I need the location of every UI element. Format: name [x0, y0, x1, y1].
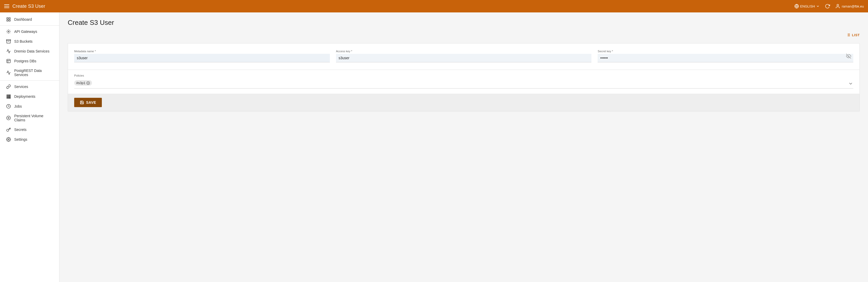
api-icon: [6, 29, 11, 34]
svg-point-26: [7, 116, 10, 120]
dremio-icon: [6, 49, 11, 54]
toggle-password-icon[interactable]: [846, 54, 851, 59]
list-button-label: LIST: [852, 33, 860, 37]
svg-rect-23: [8, 97, 9, 98]
sidebar-item-label: Jobs: [14, 104, 22, 108]
access-key-field: Access key *: [336, 50, 592, 62]
policies-label: Policies: [74, 74, 853, 77]
sidebar-item-services[interactable]: Services: [0, 82, 59, 92]
sidebar-item-label: PostgREST Data Services: [14, 68, 54, 77]
fields-section: Metadata name * Access key * Secret key …: [68, 44, 860, 70]
policies-dropdown-icon[interactable]: [848, 81, 853, 86]
user-menu[interactable]: raman@fbk.eu: [835, 4, 864, 9]
svg-rect-19: [7, 96, 8, 97]
deployments-icon: [6, 94, 11, 99]
metadata-name-label: Metadata name *: [74, 50, 330, 53]
svg-rect-0: [4, 4, 9, 5]
svg-rect-20: [8, 96, 9, 97]
svg-point-10: [8, 31, 9, 32]
secret-key-input[interactable]: [598, 54, 853, 62]
secret-key-field: Secret key *: [598, 50, 853, 62]
refresh-icon[interactable]: [825, 4, 830, 9]
save-button-label: SAVE: [86, 101, 96, 105]
secrets-icon: [6, 127, 11, 132]
sidebar-item-jobs[interactable]: Jobs: [0, 102, 59, 111]
svg-rect-11: [6, 39, 11, 40]
svg-rect-8: [9, 20, 10, 21]
svg-point-5: [837, 4, 839, 6]
svg-rect-2: [4, 7, 9, 8]
user-email: raman@fbk.eu: [842, 4, 864, 8]
sidebar-item-dremio[interactable]: Dremio Data Services: [0, 46, 59, 56]
sidebar-item-label: Settings: [14, 137, 27, 142]
policy-tag-s3p1: #s3p1: [74, 80, 92, 86]
page-title: Create S3 User: [68, 19, 860, 27]
metadata-name-input[interactable]: [74, 54, 330, 62]
svg-rect-6: [7, 18, 8, 19]
sidebar-item-deployments[interactable]: Deployments: [0, 92, 59, 102]
sidebar-item-label: API Gateways: [14, 29, 37, 34]
pvc-icon: [6, 116, 11, 120]
svg-rect-13: [7, 59, 10, 63]
svg-rect-18: [9, 95, 10, 96]
svg-rect-16: [7, 95, 8, 96]
postgres-icon: [6, 59, 11, 63]
policy-tag-label: #s3p1: [76, 81, 85, 85]
bucket-icon: [6, 39, 11, 44]
language-selector[interactable]: ENGLISH: [794, 4, 819, 8]
jobs-icon: [6, 104, 11, 109]
svg-point-27: [8, 117, 9, 119]
sidebar-item-label: Persistent Volume Claims: [14, 114, 54, 122]
svg-rect-9: [7, 20, 8, 21]
main-content: Create S3 User LIST Metadata n: [59, 12, 868, 282]
sidebar-item-label: Deployments: [14, 94, 35, 98]
svg-rect-7: [9, 18, 10, 19]
metadata-name-field: Metadata name *: [74, 50, 330, 62]
settings-icon: [6, 137, 11, 142]
svg-rect-24: [9, 97, 10, 98]
secret-key-label: Secret key *: [598, 50, 853, 53]
language-label: ENGLISH: [800, 4, 815, 8]
sidebar-item-postgres-dbs[interactable]: Postgres DBs: [0, 56, 59, 66]
sidebar-item-label: Postgres DBs: [14, 59, 36, 63]
access-key-input[interactable]: [336, 54, 592, 62]
svg-rect-22: [7, 97, 8, 98]
sidebar-item-label: S3 Buckets: [14, 39, 33, 44]
policy-tag-remove-s3p1[interactable]: [86, 81, 90, 85]
access-key-label: Access key *: [336, 50, 592, 53]
svg-point-28: [8, 139, 9, 140]
sidebar-item-dashboard[interactable]: Dashboard: [0, 15, 59, 24]
dashboard-icon: [6, 17, 11, 22]
sidebar: Dashboard API Gateways S3 Buckets: [0, 12, 59, 282]
sidebar-item-label: Dashboard: [14, 17, 32, 22]
topbar: Create S3 User ENGLISH raman@: [0, 0, 868, 12]
topbar-title: Create S3 User: [12, 4, 45, 9]
sidebar-item-label: Secrets: [14, 128, 26, 132]
policies-input[interactable]: #s3p1: [74, 79, 853, 88]
save-button[interactable]: SAVE: [74, 98, 102, 107]
create-form-card: Metadata name * Access key * Secret key …: [68, 43, 860, 112]
services-icon: [6, 84, 11, 89]
svg-rect-1: [4, 6, 9, 6]
sidebar-item-api-gateways[interactable]: API Gateways: [0, 27, 59, 36]
sidebar-item-settings[interactable]: Settings: [0, 135, 59, 144]
sidebar-item-secrets[interactable]: Secrets: [0, 125, 59, 135]
sidebar-item-postgrest[interactable]: PostgREST Data Services: [0, 66, 59, 79]
list-button[interactable]: LIST: [846, 33, 860, 37]
postgrest-icon: [6, 70, 11, 75]
sidebar-item-pvc[interactable]: Persistent Volume Claims: [0, 111, 59, 125]
policies-section: Policies #s3p1: [68, 70, 860, 94]
save-section: SAVE: [68, 94, 860, 111]
svg-rect-17: [8, 95, 9, 96]
sidebar-item-label: Services: [14, 85, 28, 89]
svg-rect-21: [9, 96, 10, 97]
menu-icon[interactable]: [4, 4, 9, 9]
sidebar-item-s3-buckets[interactable]: S3 Buckets: [0, 36, 59, 46]
sidebar-item-label: Dremio Data Services: [14, 49, 50, 53]
